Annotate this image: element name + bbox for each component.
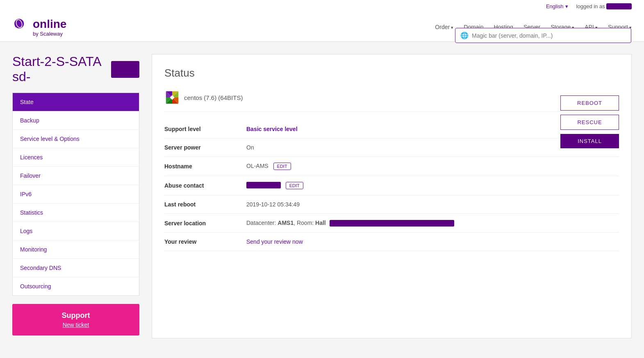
sidebar-menu: State Backup Service level & Options Lic… (12, 93, 139, 296)
language-selector[interactable]: English ▾ (546, 3, 568, 9)
logged-in-status: logged in as (576, 3, 632, 9)
hostname-value: OL-AMS EDIT (246, 163, 619, 170)
hostname-edit-button[interactable]: EDIT (273, 163, 291, 170)
last-reboot-value: 2019-10-12 05:34:49 (246, 201, 619, 208)
title-prefix: Start-2-S-SATA sd- (12, 54, 107, 84)
abuse-contact-redacted (246, 182, 281, 188)
sidebar-item-logs[interactable]: Logs (13, 222, 139, 240)
status-row-review: Your review Send your review now (164, 233, 619, 251)
support-label: Support (20, 311, 132, 320)
sidebar-item-monitoring[interactable]: Monitoring (13, 240, 139, 259)
status-row-support-level: Support level Basic service level (164, 120, 619, 138)
reboot-button[interactable]: REBOOT (560, 95, 619, 111)
review-label: Your review (164, 238, 246, 245)
sidebar-item-backup[interactable]: Backup (13, 111, 139, 130)
magic-bar-input[interactable] (472, 32, 626, 39)
abuse-contact-label: Abuse contact (164, 182, 246, 189)
abuse-contact-edit-button[interactable]: EDIT (286, 182, 303, 189)
status-title: Status (164, 67, 619, 79)
room-name: Hall (315, 220, 326, 226)
new-ticket-link[interactable]: New ticket (20, 322, 132, 328)
header-top: English ▾ logged in as (12, 0, 632, 13)
os-name: centos (7.6) (64BITS) (184, 94, 243, 101)
os-bar: centos (7.6) (64BITS) (164, 90, 619, 112)
sidebar-item-outsourcing[interactable]: Outsourcing (13, 277, 139, 295)
logo[interactable]: online by Scaleway (12, 17, 66, 37)
logo-by-scaleway: by Scaleway (33, 31, 66, 37)
globe-icon: 🌐 (460, 32, 469, 39)
status-row-abuse-contact: Abuse contact EDIT (164, 176, 619, 195)
server-location-value: Datacenter: AMS1, Room: Hall (246, 220, 619, 227)
page-title: Start-2-S-SATA sd- (12, 54, 139, 84)
content-area: 🌐 Status (152, 54, 632, 338)
last-reboot-label: Last reboot (164, 201, 246, 208)
datacenter-name: AMS1 (278, 220, 294, 226)
send-review-link[interactable]: Send your review now (246, 238, 303, 245)
rescue-button[interactable]: RESCUE (560, 115, 619, 130)
sidebar-item-failover[interactable]: Failover (13, 167, 139, 185)
logo-text: online by Scaleway (33, 18, 66, 37)
action-buttons: REBOOT RESCUE INSTALL (560, 95, 619, 148)
status-row-server-power: Server power On (164, 138, 619, 157)
sidebar-item-ipv6[interactable]: IPv6 (13, 185, 139, 204)
support-level-label: Support level (164, 126, 246, 132)
magic-bar-container: 🌐 (455, 28, 631, 43)
status-row-hostname: Hostname OL-AMS EDIT (164, 157, 619, 176)
sidebar-item-licences[interactable]: Licences (13, 148, 139, 167)
magic-bar: 🌐 (455, 28, 631, 43)
server-id-redacted (111, 61, 139, 78)
review-value: Send your review now (246, 238, 619, 245)
nav-order[interactable]: Order (435, 24, 453, 30)
sidebar-item-statistics[interactable]: Statistics (13, 204, 139, 222)
hostname-label: Hostname (164, 163, 246, 170)
username-redacted (606, 3, 632, 9)
status-row-last-reboot: Last reboot 2019-10-12 05:34:49 (164, 195, 619, 214)
server-location-label: Server location (164, 220, 246, 227)
status-row-server-location: Server location Datacenter: AMS1, Room: … (164, 214, 619, 233)
sidebar-item-service-level[interactable]: Service level & Options (13, 130, 139, 148)
sidebar-item-secondary-dns[interactable]: Secondary DNS (13, 259, 139, 277)
support-button[interactable]: Support New ticket (12, 304, 139, 335)
logo-online: online (33, 18, 66, 31)
location-redacted (330, 220, 454, 227)
sidebar: Start-2-S-SATA sd- State Backup Service … (12, 54, 139, 338)
chevron-down-icon: ▾ (565, 3, 568, 9)
abuse-contact-value: EDIT (246, 182, 619, 189)
logo-icon (12, 17, 33, 37)
centos-icon (164, 90, 180, 105)
server-power-label: Server power (164, 144, 246, 151)
install-button[interactable]: INSTALL (560, 134, 619, 148)
sidebar-item-state[interactable]: State (13, 93, 139, 111)
main-container: Start-2-S-SATA sd- State Backup Service … (0, 42, 644, 351)
